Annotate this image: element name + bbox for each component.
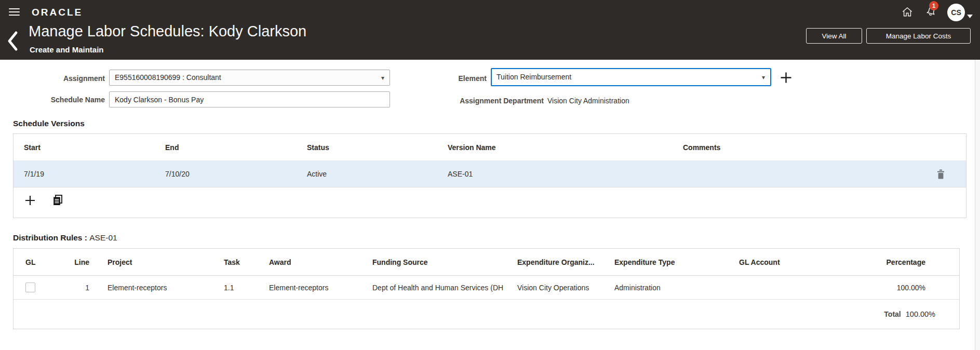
- column-header-award: Award: [269, 258, 372, 266]
- page-title: Manage Labor Schedules: Kody Clarkson: [29, 23, 306, 40]
- cell-expenditure-organization: Vision City Operations: [517, 284, 614, 292]
- view-all-button[interactable]: View All: [806, 28, 862, 44]
- distribution-rules-heading-value: ASE-01: [89, 233, 117, 242]
- cell-project: Element-receptors: [89, 284, 224, 292]
- notification-count-badge[interactable]: 1: [929, 1, 938, 10]
- element-value: Tuition Reimbursement: [492, 69, 770, 85]
- total-label: Total: [884, 310, 901, 318]
- column-header-expenditure-organization: Expenditure Organiz...: [517, 258, 614, 266]
- element-label: Element: [441, 74, 487, 83]
- assignment-label: Assignment: [21, 74, 105, 83]
- assignment-value: E955160008190699 : Consultant: [110, 70, 390, 85]
- app-header: ORACLE 1 CS Manage Labor Schedules: Kody…: [0, 0, 980, 60]
- column-header-start: Start: [24, 143, 165, 152]
- schedule-version-row[interactable]: 7/1/19 7/10/20 Active ASE-01: [14, 161, 966, 187]
- element-dropdown[interactable]: Tuition Reimbursement ▾: [491, 68, 771, 86]
- cell-funding-source: Dept of Health and Human Services (DH: [372, 284, 517, 292]
- cell-line: 1: [64, 284, 89, 292]
- add-element-icon[interactable]: [780, 72, 792, 84]
- hamburger-menu-icon[interactable]: [9, 8, 20, 16]
- chevron-down-icon[interactable]: ▾: [762, 69, 765, 85]
- cell-version-name: ASE-01: [448, 170, 683, 178]
- assignment-dropdown[interactable]: E955160008190699 : Consultant ▾: [109, 70, 390, 86]
- cell-percentage: 100.00%: [871, 284, 925, 292]
- chevron-down-icon[interactable]: ▾: [381, 70, 384, 85]
- user-menu-caret-icon[interactable]: [967, 11, 973, 20]
- assignment-department-value: Vision City Administration: [547, 97, 629, 105]
- home-icon[interactable]: [902, 6, 913, 20]
- column-header-expenditure-type: Expenditure Type: [614, 258, 739, 266]
- distribution-total-row: Total 100.00%: [14, 300, 959, 329]
- column-header-project: Project: [89, 258, 224, 266]
- column-header-status: Status: [307, 143, 448, 152]
- manage-labor-costs-button[interactable]: Manage Labor Costs: [866, 28, 971, 44]
- cell-end: 7/10/20: [165, 170, 307, 178]
- user-avatar[interactable]: CS: [947, 4, 965, 21]
- duplicate-version-icon[interactable]: [53, 195, 63, 206]
- cell-status: Active: [307, 170, 448, 178]
- column-header-gl-account: GL Account: [739, 258, 871, 266]
- column-header-comments: Comments: [683, 143, 937, 152]
- schedule-name-label: Schedule Name: [21, 96, 105, 104]
- add-version-icon[interactable]: [25, 195, 35, 206]
- schedule-name-input[interactable]: [109, 91, 390, 107]
- assignment-department-label: Assignment Department: [439, 97, 544, 105]
- distribution-rules-heading-label: Distribution Rules :: [13, 233, 87, 242]
- cell-start: 7/1/19: [24, 170, 165, 178]
- page-subtitle: Create and Maintain: [30, 45, 104, 54]
- cell-award: Element-receptors: [269, 284, 372, 292]
- back-button[interactable]: [7, 31, 18, 53]
- cell-task: 1.1: [224, 284, 269, 292]
- column-header-task: Task: [224, 258, 269, 266]
- column-header-end: End: [165, 143, 307, 152]
- schedule-versions-header-row: Start End Status Version Name Comments: [14, 134, 966, 161]
- distribution-rule-row[interactable]: 1 Element-receptors 1.1 Element-receptor…: [14, 276, 959, 300]
- schedule-versions-table: Start End Status Version Name Comments 7…: [13, 133, 966, 218]
- column-header-version-name: Version Name: [448, 143, 683, 152]
- distribution-rules-heading: Distribution Rules : ASE-01: [13, 233, 117, 243]
- oracle-logo: ORACLE: [32, 7, 83, 18]
- total-value: 100.00%: [906, 310, 935, 318]
- distribution-rules-table: GL Line Project Task Award Funding Sourc…: [13, 248, 960, 329]
- schedule-versions-toolbar: [14, 187, 966, 206]
- column-header-line: Line: [64, 258, 89, 266]
- vertical-scrollbar[interactable]: [975, 60, 980, 350]
- column-header-gl: GL: [25, 258, 64, 266]
- gl-checkbox[interactable]: [25, 282, 35, 292]
- delete-version-trash-icon[interactable]: [937, 169, 945, 179]
- schedule-versions-heading: Schedule Versions: [13, 119, 85, 128]
- column-header-percentage: Percentage: [871, 258, 925, 266]
- column-header-funding-source: Funding Source: [372, 258, 517, 266]
- distribution-rules-header-row: GL Line Project Task Award Funding Sourc…: [14, 249, 959, 276]
- cell-expenditure-type: Administration: [614, 284, 739, 292]
